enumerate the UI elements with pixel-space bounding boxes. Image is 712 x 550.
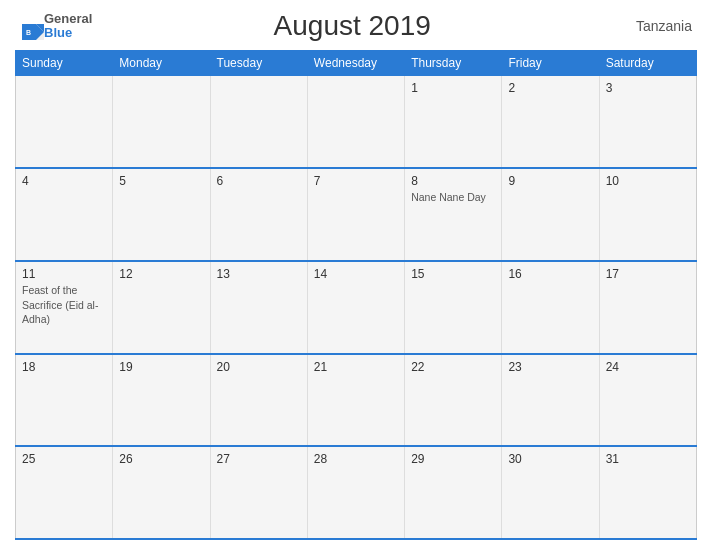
day-number: 31 xyxy=(606,452,690,466)
calendar-cell: 11Feast of the Sacrifice (Eid al-Adha) xyxy=(16,261,113,354)
calendar-cell: 21 xyxy=(307,354,404,447)
calendar-cell: 30 xyxy=(502,446,599,539)
weekday-header: Tuesday xyxy=(210,51,307,76)
calendar-cell: 4 xyxy=(16,168,113,261)
calendar-cell: 25 xyxy=(16,446,113,539)
day-number: 13 xyxy=(217,267,301,281)
calendar-cell: 2 xyxy=(502,76,599,169)
weekday-header: Thursday xyxy=(405,51,502,76)
day-number: 9 xyxy=(508,174,592,188)
calendar-page: B General Blue August 2019 Tanzania Sund… xyxy=(0,0,712,550)
event-text: Nane Nane Day xyxy=(411,191,486,203)
day-number: 8 xyxy=(411,174,495,188)
weekday-header: Sunday xyxy=(16,51,113,76)
header: B General Blue August 2019 Tanzania xyxy=(15,10,697,42)
calendar-cell: 14 xyxy=(307,261,404,354)
calendar-cell xyxy=(210,76,307,169)
day-number: 2 xyxy=(508,81,592,95)
day-number: 28 xyxy=(314,452,398,466)
calendar-cell: 5 xyxy=(113,168,210,261)
day-number: 14 xyxy=(314,267,398,281)
day-number: 6 xyxy=(217,174,301,188)
day-number: 18 xyxy=(22,360,106,374)
event-text: Feast of the Sacrifice (Eid al-Adha) xyxy=(22,284,98,325)
day-number: 5 xyxy=(119,174,203,188)
day-number: 12 xyxy=(119,267,203,281)
weekday-header: Wednesday xyxy=(307,51,404,76)
calendar-cell: 6 xyxy=(210,168,307,261)
calendar-cell: 19 xyxy=(113,354,210,447)
day-number: 19 xyxy=(119,360,203,374)
svg-text:B: B xyxy=(26,29,31,36)
calendar-cell xyxy=(16,76,113,169)
day-number: 27 xyxy=(217,452,301,466)
day-number: 16 xyxy=(508,267,592,281)
day-number: 26 xyxy=(119,452,203,466)
calendar-cell: 1 xyxy=(405,76,502,169)
calendar-cell: 24 xyxy=(599,354,696,447)
day-number: 25 xyxy=(22,452,106,466)
weekday-header-row: SundayMondayTuesdayWednesdayThursdayFrid… xyxy=(16,51,697,76)
day-number: 24 xyxy=(606,360,690,374)
country-name: Tanzania xyxy=(612,18,692,34)
calendar-cell: 27 xyxy=(210,446,307,539)
day-number: 15 xyxy=(411,267,495,281)
calendar-cell: 17 xyxy=(599,261,696,354)
calendar-cell: 12 xyxy=(113,261,210,354)
calendar-cell: 9 xyxy=(502,168,599,261)
calendar-cell: 8Nane Nane Day xyxy=(405,168,502,261)
calendar-week-row: 45678Nane Nane Day910 xyxy=(16,168,697,261)
calendar-table: SundayMondayTuesdayWednesdayThursdayFrid… xyxy=(15,50,697,540)
day-number: 11 xyxy=(22,267,106,281)
weekday-header: Saturday xyxy=(599,51,696,76)
calendar-cell: 29 xyxy=(405,446,502,539)
logo: B General Blue xyxy=(20,12,92,41)
logo-flag: B xyxy=(22,24,44,40)
day-number: 20 xyxy=(217,360,301,374)
calendar-cell xyxy=(113,76,210,169)
day-number: 30 xyxy=(508,452,592,466)
calendar-cell: 23 xyxy=(502,354,599,447)
calendar-cell: 18 xyxy=(16,354,113,447)
day-number: 21 xyxy=(314,360,398,374)
calendar-cell: 20 xyxy=(210,354,307,447)
calendar-cell: 15 xyxy=(405,261,502,354)
weekday-header: Friday xyxy=(502,51,599,76)
calendar-cell: 28 xyxy=(307,446,404,539)
calendar-cell: 16 xyxy=(502,261,599,354)
day-number: 4 xyxy=(22,174,106,188)
day-number: 10 xyxy=(606,174,690,188)
day-number: 7 xyxy=(314,174,398,188)
calendar-cell: 3 xyxy=(599,76,696,169)
calendar-cell xyxy=(307,76,404,169)
day-number: 22 xyxy=(411,360,495,374)
calendar-cell: 7 xyxy=(307,168,404,261)
logo-blue-text: Blue xyxy=(44,26,92,40)
day-number: 29 xyxy=(411,452,495,466)
weekday-header: Monday xyxy=(113,51,210,76)
calendar-week-row: 25262728293031 xyxy=(16,446,697,539)
day-number: 23 xyxy=(508,360,592,374)
day-number: 17 xyxy=(606,267,690,281)
calendar-title: August 2019 xyxy=(92,10,612,42)
calendar-cell: 26 xyxy=(113,446,210,539)
calendar-cell: 13 xyxy=(210,261,307,354)
day-number: 3 xyxy=(606,81,690,95)
calendar-week-row: 123 xyxy=(16,76,697,169)
calendar-week-row: 11Feast of the Sacrifice (Eid al-Adha)12… xyxy=(16,261,697,354)
calendar-week-row: 18192021222324 xyxy=(16,354,697,447)
calendar-cell: 31 xyxy=(599,446,696,539)
day-number: 1 xyxy=(411,81,495,95)
calendar-cell: 22 xyxy=(405,354,502,447)
logo-general-text: General xyxy=(44,12,92,26)
calendar-cell: 10 xyxy=(599,168,696,261)
